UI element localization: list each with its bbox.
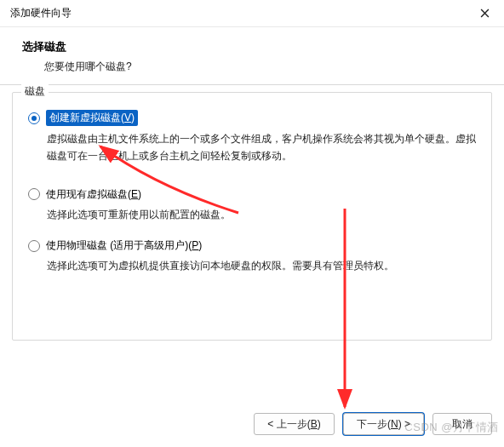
- fieldset-legend: 磁盘: [21, 84, 49, 99]
- page-title: 选择磁盘: [22, 39, 492, 54]
- window-title: 添加硬件向导: [10, 6, 72, 20]
- option-physical-desc: 选择此选项可为虚拟机提供直接访问本地硬盘的权限。需要具有管理员特权。: [47, 258, 476, 275]
- option-create-label: 创建新虚拟磁盘(V): [46, 110, 138, 126]
- disk-fieldset: 磁盘 创建新虚拟磁盘(V) 虚拟磁盘由主机文件系统上的一个或多个文件组成，客户机…: [12, 92, 492, 341]
- radio-create-new[interactable]: [28, 112, 40, 124]
- footer-buttons: < 上一步(B) 下一步(N) > 取消: [254, 413, 492, 435]
- option-use-existing-disk[interactable]: 使用现有虚拟磁盘(E) 选择此选项可重新使用以前配置的磁盘。: [28, 187, 476, 224]
- option-create-desc: 虚拟磁盘由主机文件系统上的一个或多个文件组成，客户机操作系统会将其视为单个硬盘。…: [47, 131, 476, 165]
- page-subtitle: 您要使用哪个磁盘?: [22, 60, 492, 74]
- titlebar: 添加硬件向导: [0, 0, 504, 27]
- next-button[interactable]: 下一步(N) >: [343, 413, 424, 435]
- close-icon[interactable]: [473, 5, 495, 22]
- option-existing-label: 使用现有虚拟磁盘(E): [46, 187, 141, 202]
- content-area: 磁盘 创建新虚拟磁盘(V) 虚拟磁盘由主机文件系统上的一个或多个文件组成，客户机…: [0, 85, 504, 341]
- option-existing-desc: 选择此选项可重新使用以前配置的磁盘。: [47, 207, 476, 224]
- option-physical-disk[interactable]: 使用物理磁盘 (适用于高级用户)(P) 选择此选项可为虚拟机提供直接访问本地硬盘…: [28, 238, 476, 275]
- wizard-header: 选择磁盘 您要使用哪个磁盘?: [0, 27, 504, 84]
- option-physical-label: 使用物理磁盘 (适用于高级用户)(P): [46, 238, 202, 253]
- radio-physical[interactable]: [28, 240, 40, 252]
- cancel-button[interactable]: 取消: [432, 413, 492, 435]
- back-button[interactable]: < 上一步(B): [254, 413, 335, 435]
- radio-use-existing[interactable]: [28, 188, 40, 200]
- option-create-new-disk[interactable]: 创建新虚拟磁盘(V) 虚拟磁盘由主机文件系统上的一个或多个文件组成，客户机操作系…: [28, 110, 476, 165]
